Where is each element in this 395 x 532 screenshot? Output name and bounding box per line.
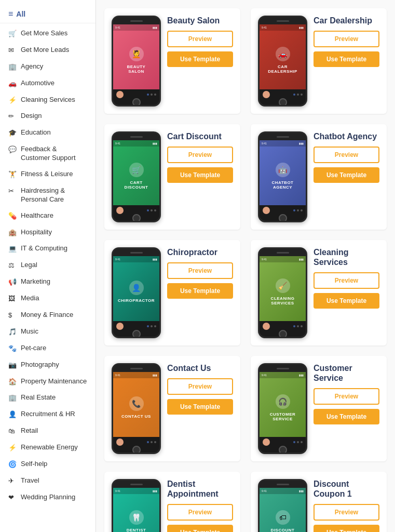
dot-indicator bbox=[297, 209, 299, 211]
sidebar-item-cleaning-services[interactable]: ⚡ Cleaning Services bbox=[0, 92, 96, 109]
phone-template-icon: 🚗 bbox=[276, 47, 290, 61]
sidebar-item-label: Get More Leads bbox=[21, 46, 69, 55]
dot-indicator bbox=[301, 209, 303, 211]
preview-button[interactable]: Preview bbox=[167, 504, 233, 521]
phone-screen: 9:41 ▮▮▮ 🏷 DISCOUNTCOUPON bbox=[260, 488, 306, 532]
sidebar-item-music[interactable]: 🎵 Music bbox=[0, 324, 96, 340]
sidebar-item-it---computing[interactable]: 💻 IT & Computing bbox=[0, 241, 96, 257]
preview-button[interactable]: Preview bbox=[314, 504, 379, 521]
preview-button[interactable]: Preview bbox=[314, 388, 379, 405]
dot-indicator bbox=[301, 325, 303, 327]
phone-screen-content: 🤖 CHATBOTAGENCY bbox=[260, 147, 306, 205]
sidebar-item-label: IT & Computing bbox=[21, 244, 67, 253]
card-info: Beauty Salon Preview Use Template bbox=[167, 16, 233, 67]
use-template-button[interactable]: Use Template bbox=[167, 399, 233, 415]
use-template-button[interactable]: Use Template bbox=[314, 293, 379, 309]
sidebar-item-feedback---customer-support[interactable]: 💬 Feedback & Customer Support bbox=[0, 141, 96, 166]
sidebar-item-media[interactable]: 🖼 Media bbox=[0, 290, 96, 307]
phone-screen-content: 🚗 CARDEALERSHIP bbox=[260, 31, 306, 89]
sidebar-item-agency[interactable]: 🏢 Agency bbox=[0, 59, 96, 75]
sidebar-item-healthcare[interactable]: 💊 Healthcare bbox=[0, 208, 96, 224]
preview-button[interactable]: Preview bbox=[167, 147, 233, 163]
sidebar-item-retail[interactable]: 🛍 Retail bbox=[0, 423, 96, 440]
template-card-discount-coupon: 9:41 ▮▮▮ 🏷 DISCOUNTCOUPON bbox=[251, 472, 387, 532]
preview-button[interactable]: Preview bbox=[314, 31, 379, 47]
sidebar-icon: 🏢 bbox=[8, 393, 17, 403]
phone-mockup: 9:41 ▮▮▮ 🚗 CARDEALERSHIP bbox=[258, 16, 307, 107]
phone-top-bar bbox=[260, 133, 306, 140]
phone-screen-header: 9:41 ▮▮▮ bbox=[113, 140, 159, 147]
template-card-beauty-salon: 9:41 ▮▮▮ 💆 BEAUTYSALON bbox=[104, 8, 240, 114]
card-info: Customer Service Preview Use Template bbox=[314, 363, 379, 424]
use-template-button[interactable]: Use Template bbox=[167, 283, 233, 299]
sidebar-item-automotive[interactable]: 🚗 Automotive bbox=[0, 75, 96, 92]
sidebar-item-photography[interactable]: 📷 Photography bbox=[0, 357, 96, 374]
preview-button[interactable]: Preview bbox=[167, 378, 233, 395]
phone-top-bar bbox=[113, 365, 159, 372]
sidebar-item-legal[interactable]: ⚖ Legal bbox=[0, 257, 96, 274]
sidebar-item-label: Real Estate bbox=[21, 393, 56, 402]
sidebar-item-real-estate[interactable]: 🏢 Real Estate bbox=[0, 390, 96, 406]
use-template-button[interactable]: Use Template bbox=[167, 525, 233, 532]
phone-mockup: 9:41 ▮▮▮ 🧹 CLEANINGSERVICES bbox=[258, 247, 307, 338]
dot-indicator bbox=[154, 209, 156, 211]
phone-template-label: CUSTOMERSERVICE bbox=[270, 412, 296, 421]
sidebar-item-design[interactable]: ✏ Design bbox=[0, 108, 96, 125]
sidebar-item-marketing[interactable]: 📢 Marketing bbox=[0, 274, 96, 290]
phone-screen: 9:41 ▮▮▮ 💆 BEAUTYSALON bbox=[113, 24, 159, 89]
phone-screen-content: 💆 BEAUTYSALON bbox=[113, 31, 159, 89]
phone-template-icon: 🤖 bbox=[276, 163, 290, 177]
sidebar-item-money---finance[interactable]: $ Money & Finance bbox=[0, 307, 96, 324]
sidebar-item-education[interactable]: 🎓 Education bbox=[0, 125, 96, 141]
preview-button[interactable]: Preview bbox=[167, 31, 233, 47]
sidebar-icon: 📷 bbox=[8, 361, 17, 370]
dot-indicator bbox=[151, 441, 153, 443]
phone-screen-header: 9:41 ▮▮▮ bbox=[260, 24, 306, 31]
sidebar-item-get-more-leads[interactable]: ✉ Get More Leads bbox=[0, 42, 96, 59]
use-template-button[interactable]: Use Template bbox=[314, 167, 379, 183]
use-template-button[interactable]: Use Template bbox=[314, 525, 379, 532]
sidebar-all-item[interactable]: ≡ All bbox=[0, 5, 96, 23]
phone-avatar bbox=[263, 323, 270, 330]
template-card-inner: 9:41 ▮▮▮ 👤 CHIROPRACTOR bbox=[112, 247, 233, 338]
phone-screen: 9:41 ▮▮▮ 🤖 CHATBOTAGENCY bbox=[260, 140, 306, 205]
sidebar-item-self-help[interactable]: 🌀 Self-help bbox=[0, 456, 96, 473]
sidebar-item-property-maintenance[interactable]: 🏠 Property Maintenance bbox=[0, 374, 96, 390]
sidebar-all-label: All bbox=[16, 10, 25, 18]
phone-top-bar bbox=[113, 133, 159, 140]
sidebar-item-label: Hairdressing & Personal Care bbox=[21, 187, 87, 204]
phone-screen: 9:41 ▮▮▮ 📞 CONTACT US bbox=[113, 372, 159, 437]
sidebar-item-label: Renewable Energy bbox=[21, 443, 78, 452]
sidebar-icon: 🎵 bbox=[8, 327, 17, 337]
preview-button[interactable]: Preview bbox=[314, 147, 379, 163]
sidebar-item-renewable-energy[interactable]: ⚡ Renewable Energy bbox=[0, 440, 96, 456]
use-template-button[interactable]: Use Template bbox=[167, 167, 233, 183]
use-template-button[interactable]: Use Template bbox=[167, 51, 233, 67]
dot-indicator bbox=[147, 94, 149, 96]
sidebar-item-hospitality[interactable]: 🏨 Hospitality bbox=[0, 224, 96, 241]
phone-screen-header: 9:41 ▮▮▮ bbox=[260, 256, 306, 262]
sidebar-icon: 🏠 bbox=[8, 377, 17, 387]
template-title: Customer Service bbox=[314, 363, 379, 383]
sidebar-icon: 🛒 bbox=[8, 29, 17, 38]
sidebar-item-travel[interactable]: ✈ Travel bbox=[0, 473, 96, 489]
use-template-button[interactable]: Use Template bbox=[314, 51, 379, 67]
phone-template-icon: 🛒 bbox=[129, 163, 144, 177]
sidebar-item-get-more-sales[interactable]: 🛒 Get More Sales bbox=[0, 25, 96, 42]
dot-indicator bbox=[151, 325, 153, 327]
sidebar-item-label: Fitness & Leisure bbox=[21, 170, 73, 179]
sidebar-item-wedding-planning[interactable]: ❤ Wedding Planning bbox=[0, 489, 96, 506]
sidebar-item-label: Money & Finance bbox=[21, 311, 73, 320]
phone-home-area bbox=[279, 216, 287, 221]
use-template-button[interactable]: Use Template bbox=[314, 409, 379, 424]
sidebar-item-recruitment---hr[interactable]: 👤 Recruitment & HR bbox=[0, 406, 96, 423]
preview-button[interactable]: Preview bbox=[167, 262, 233, 279]
phone-screen-header: 9:41 ▮▮▮ bbox=[260, 140, 306, 147]
template-card-contact-us: 9:41 ▮▮▮ 📞 CONTACT US bbox=[104, 356, 240, 461]
phone-template-icon: 🦷 bbox=[129, 510, 144, 525]
sidebar-item-fitness---leisure[interactable]: 🏋 Fitness & Leisure bbox=[0, 166, 96, 183]
preview-button[interactable]: Preview bbox=[314, 272, 379, 289]
sidebar-item-pet-care[interactable]: 🐾 Pet-care bbox=[0, 340, 96, 357]
sidebar-item-hairdressing---personal-care[interactable]: ✂ Hairdressing & Personal Care bbox=[0, 183, 96, 208]
phone-screen-content: 🛒 CARTDISCOUNT bbox=[113, 147, 159, 205]
